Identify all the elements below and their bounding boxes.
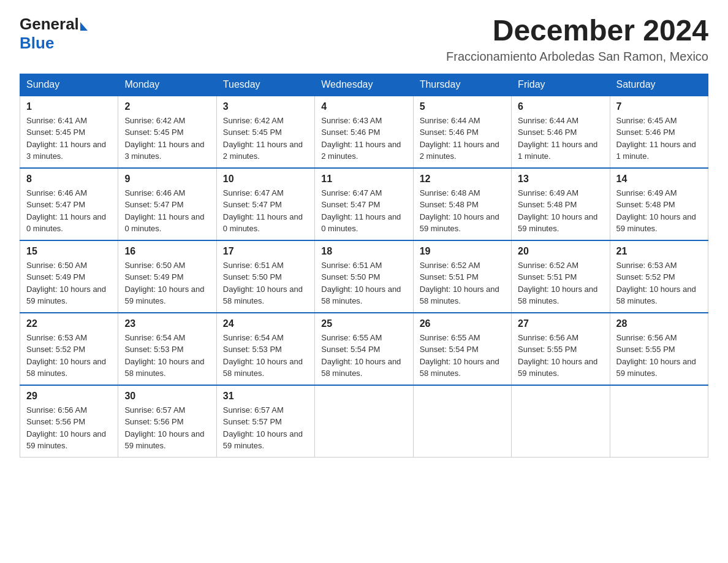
day-info: Sunrise: 6:45 AMSunset: 5:46 PMDaylight:… [616,115,702,163]
day-number: 13 [518,174,603,185]
day-info: Sunrise: 6:56 AMSunset: 5:55 PMDaylight:… [518,332,603,380]
day-info: Sunrise: 6:51 AMSunset: 5:50 PMDaylight:… [223,259,308,307]
calendar-cell [413,385,511,458]
calendar-cell: 11 Sunrise: 6:47 AMSunset: 5:47 PMDaylig… [315,168,413,240]
calendar-cell: 23 Sunrise: 6:54 AMSunset: 5:53 PMDaylig… [118,313,216,385]
page-header: General Blue December 2024 Fraccionamien… [20,15,708,64]
header-friday: Friday [512,74,610,96]
header-saturday: Saturday [610,74,708,96]
day-number: 31 [223,391,308,402]
calendar-cell: 7 Sunrise: 6:45 AMSunset: 5:46 PMDayligh… [610,96,708,168]
calendar-cell: 24 Sunrise: 6:54 AMSunset: 5:53 PMDaylig… [216,313,314,385]
logo: General Blue [20,15,88,53]
day-info: Sunrise: 6:49 AMSunset: 5:48 PMDaylight:… [616,187,702,235]
day-info: Sunrise: 6:46 AMSunset: 5:47 PMDaylight:… [124,187,210,235]
calendar-week-row: 1 Sunrise: 6:41 AMSunset: 5:45 PMDayligh… [20,96,708,168]
calendar-cell: 9 Sunrise: 6:46 AMSunset: 5:47 PMDayligh… [118,168,216,240]
location-subtitle: Fraccionamiento Arboledas San Ramon, Mex… [446,50,708,64]
day-info: Sunrise: 6:55 AMSunset: 5:54 PMDaylight:… [420,332,505,380]
day-number: 7 [616,101,702,112]
calendar-cell: 3 Sunrise: 6:42 AMSunset: 5:45 PMDayligh… [216,96,314,168]
calendar-cell: 18 Sunrise: 6:51 AMSunset: 5:50 PMDaylig… [315,240,413,313]
day-number: 12 [420,174,505,185]
calendar-cell: 17 Sunrise: 6:51 AMSunset: 5:50 PMDaylig… [216,240,314,313]
calendar-week-row: 22 Sunrise: 6:53 AMSunset: 5:52 PMDaylig… [20,313,708,385]
calendar-cell: 30 Sunrise: 6:57 AMSunset: 5:56 PMDaylig… [118,385,216,458]
calendar-table: SundayMondayTuesdayWednesdayThursdayFrid… [20,74,708,458]
header-thursday: Thursday [413,74,511,96]
day-info: Sunrise: 6:54 AMSunset: 5:53 PMDaylight:… [223,332,308,380]
day-number: 14 [616,174,702,185]
day-info: Sunrise: 6:44 AMSunset: 5:46 PMDaylight:… [518,115,603,163]
day-info: Sunrise: 6:46 AMSunset: 5:47 PMDaylight:… [26,187,112,235]
day-info: Sunrise: 6:52 AMSunset: 5:51 PMDaylight:… [420,259,505,307]
calendar-cell [315,385,413,458]
calendar-cell: 6 Sunrise: 6:44 AMSunset: 5:46 PMDayligh… [512,96,610,168]
calendar-cell: 20 Sunrise: 6:52 AMSunset: 5:51 PMDaylig… [512,240,610,313]
calendar-cell: 10 Sunrise: 6:47 AMSunset: 5:47 PMDaylig… [216,168,314,240]
day-info: Sunrise: 6:50 AMSunset: 5:49 PMDaylight:… [124,259,210,307]
calendar-cell: 8 Sunrise: 6:46 AMSunset: 5:47 PMDayligh… [20,168,118,240]
day-info: Sunrise: 6:53 AMSunset: 5:52 PMDaylight:… [26,332,112,380]
day-info: Sunrise: 6:57 AMSunset: 5:56 PMDaylight:… [124,404,210,452]
header-tuesday: Tuesday [216,74,314,96]
day-info: Sunrise: 6:51 AMSunset: 5:50 PMDaylight:… [321,259,406,307]
day-info: Sunrise: 6:49 AMSunset: 5:48 PMDaylight:… [518,187,603,235]
day-number: 19 [420,246,505,257]
header-wednesday: Wednesday [315,74,413,96]
day-number: 2 [124,101,210,112]
day-number: 26 [420,318,505,329]
day-number: 15 [26,246,112,257]
day-info: Sunrise: 6:44 AMSunset: 5:46 PMDaylight:… [420,115,505,163]
day-info: Sunrise: 6:57 AMSunset: 5:57 PMDaylight:… [223,404,308,452]
day-info: Sunrise: 6:53 AMSunset: 5:52 PMDaylight:… [616,259,702,307]
calendar-header-row: SundayMondayTuesdayWednesdayThursdayFrid… [20,74,708,96]
calendar-cell: 28 Sunrise: 6:56 AMSunset: 5:55 PMDaylig… [610,313,708,385]
day-number: 1 [26,101,112,112]
header-monday: Monday [118,74,216,96]
calendar-cell: 14 Sunrise: 6:49 AMSunset: 5:48 PMDaylig… [610,168,708,240]
day-number: 3 [223,101,308,112]
day-number: 16 [124,246,210,257]
day-number: 28 [616,318,702,329]
calendar-cell: 1 Sunrise: 6:41 AMSunset: 5:45 PMDayligh… [20,96,118,168]
day-info: Sunrise: 6:43 AMSunset: 5:46 PMDaylight:… [321,115,406,163]
day-info: Sunrise: 6:41 AMSunset: 5:45 PMDaylight:… [26,115,112,163]
day-info: Sunrise: 6:56 AMSunset: 5:56 PMDaylight:… [26,404,112,452]
calendar-cell: 12 Sunrise: 6:48 AMSunset: 5:48 PMDaylig… [413,168,511,240]
day-info: Sunrise: 6:48 AMSunset: 5:48 PMDaylight:… [420,187,505,235]
day-number: 22 [26,318,112,329]
calendar-cell: 13 Sunrise: 6:49 AMSunset: 5:48 PMDaylig… [512,168,610,240]
day-info: Sunrise: 6:42 AMSunset: 5:45 PMDaylight:… [223,115,308,163]
day-info: Sunrise: 6:56 AMSunset: 5:55 PMDaylight:… [616,332,702,380]
header-sunday: Sunday [20,74,118,96]
day-number: 21 [616,246,702,257]
logo-general-text: General [20,15,79,34]
day-number: 30 [124,391,210,402]
day-number: 10 [223,174,308,185]
month-title: December 2024 [446,15,708,47]
calendar-cell: 4 Sunrise: 6:43 AMSunset: 5:46 PMDayligh… [315,96,413,168]
calendar-cell: 29 Sunrise: 6:56 AMSunset: 5:56 PMDaylig… [20,385,118,458]
day-info: Sunrise: 6:55 AMSunset: 5:54 PMDaylight:… [321,332,406,380]
day-number: 25 [321,318,406,329]
day-info: Sunrise: 6:47 AMSunset: 5:47 PMDaylight:… [223,187,308,235]
calendar-cell: 25 Sunrise: 6:55 AMSunset: 5:54 PMDaylig… [315,313,413,385]
day-number: 17 [223,246,308,257]
calendar-cell: 27 Sunrise: 6:56 AMSunset: 5:55 PMDaylig… [512,313,610,385]
calendar-cell: 31 Sunrise: 6:57 AMSunset: 5:57 PMDaylig… [216,385,314,458]
calendar-cell [512,385,610,458]
calendar-cell: 16 Sunrise: 6:50 AMSunset: 5:49 PMDaylig… [118,240,216,313]
calendar-cell: 26 Sunrise: 6:55 AMSunset: 5:54 PMDaylig… [413,313,511,385]
calendar-week-row: 29 Sunrise: 6:56 AMSunset: 5:56 PMDaylig… [20,385,708,458]
day-number: 9 [124,174,210,185]
logo-triangle-icon [80,22,88,31]
day-number: 23 [124,318,210,329]
day-number: 8 [26,174,112,185]
calendar-cell: 22 Sunrise: 6:53 AMSunset: 5:52 PMDaylig… [20,313,118,385]
calendar-cell [610,385,708,458]
day-number: 20 [518,246,603,257]
calendar-week-row: 8 Sunrise: 6:46 AMSunset: 5:47 PMDayligh… [20,168,708,240]
calendar-cell: 19 Sunrise: 6:52 AMSunset: 5:51 PMDaylig… [413,240,511,313]
calendar-week-row: 15 Sunrise: 6:50 AMSunset: 5:49 PMDaylig… [20,240,708,313]
